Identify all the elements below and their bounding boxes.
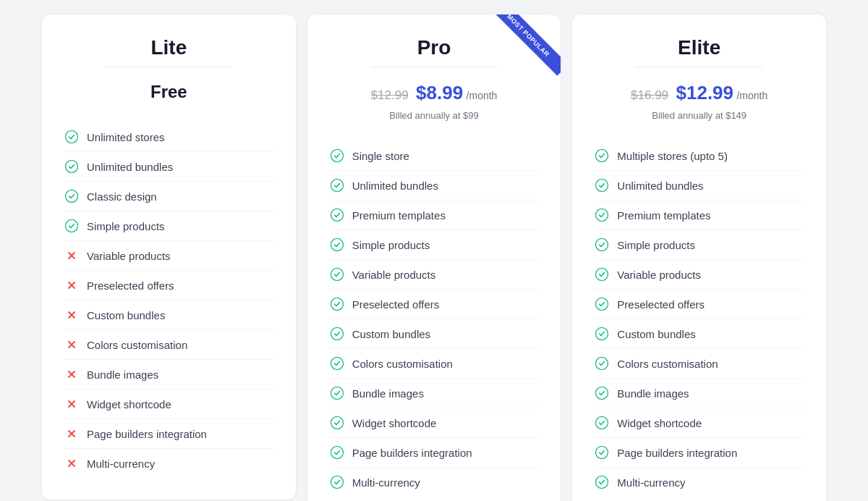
svg-point-0 [66,131,78,143]
plan-divider-elite [636,67,762,67]
feature-label: Preselected offers [352,298,440,311]
feature-label: Colors customisation [617,358,718,370]
feature-item: Custom bundles [329,319,540,349]
feature-item: Bundle images [594,379,804,408]
feature-label: Page builders integration [87,428,207,440]
plan-title-elite: Elite [594,36,804,59]
feature-label: Simple products [87,220,165,232]
plan-divider-pro [371,67,497,67]
check-icon [594,148,610,164]
plan-price-container-pro: $12.99 $8.99 /month [329,82,540,104]
svg-point-19 [596,239,608,251]
feature-label: Variable products [87,250,171,262]
feature-label: Simple products [352,239,430,251]
feature-item: Premium templates [594,201,804,230]
feature-label: Single store [352,150,409,162]
plan-title-lite: Lite [64,36,274,59]
x-icon [64,307,80,323]
feature-label: Colors customisation [352,358,453,370]
svg-point-18 [596,209,608,222]
feature-label: Unlimited bundles [617,180,703,192]
check-icon [64,188,80,204]
check-icon [329,237,345,253]
check-icon [594,415,610,431]
svg-point-14 [331,447,343,459]
svg-point-16 [596,150,608,162]
check-icon [594,207,610,223]
check-icon [594,385,610,401]
check-icon [594,355,610,371]
svg-point-3 [66,220,78,232]
svg-point-26 [596,447,608,459]
feature-item: Multi-currency [64,449,274,478]
feature-item: Variable products [64,241,274,271]
check-icon [594,177,610,193]
feature-label: Custom bundles [352,328,430,340]
feature-item: Widget shortcode [329,408,540,438]
feature-label: Custom bundles [87,309,165,321]
plan-card-lite: LiteFree Unlimited stores Unlimited bund… [42,14,296,500]
price-original-elite: $16.99 [631,88,668,102]
feature-item: Colors customisation [594,349,804,379]
feature-item: Preselected offers [594,290,804,319]
check-icon [329,296,345,312]
feature-label: Widget shortcode [617,417,702,429]
feature-item: Unlimited stores [64,122,274,152]
svg-point-11 [331,358,343,370]
x-icon [64,277,80,293]
price-period-pro: /month [467,90,498,101]
feature-item: Bundle images [329,379,540,408]
feature-item: Simple products [329,230,540,260]
most-popular-label: MOST POPULAR [495,14,561,75]
feature-item: Unlimited bundles [64,152,274,182]
feature-item: Page builders integration [594,438,804,468]
svg-point-7 [331,239,343,251]
svg-point-2 [66,190,78,203]
price-discounted-pro: $8.99 [416,82,463,104]
price-period-elite: /month [736,90,767,101]
x-icon [64,337,80,353]
check-icon [594,266,610,282]
svg-point-10 [331,328,343,340]
feature-label: Page builders integration [617,447,737,459]
feature-item: Multi-currency [594,468,804,497]
feature-label: Custom bundles [617,328,695,340]
plan-price-container-elite: $16.99 $12.99 /month [594,82,804,104]
feature-item: Premium templates [329,201,540,230]
feature-list-pro: Single store Unlimited bundles Premium t… [329,141,540,497]
feature-label: Variable products [617,269,701,281]
x-icon [64,396,80,412]
svg-point-5 [331,180,343,192]
x-icon [64,455,80,471]
svg-point-8 [331,269,343,281]
check-icon [329,148,345,164]
svg-point-15 [331,476,343,489]
price-discounted-elite: $12.99 [676,82,734,104]
feature-item: Single store [329,141,540,171]
svg-point-4 [331,150,343,162]
feature-label: Unlimited bundles [352,180,438,192]
check-icon [329,326,345,342]
check-icon [329,207,345,223]
svg-point-25 [596,417,608,429]
feature-item: Unlimited bundles [329,171,540,201]
feature-item: Classic design [64,182,274,211]
feature-label: Unlimited bundles [87,161,173,173]
most-popular-ribbon: MOST POPULAR [495,14,561,80]
x-icon [64,426,80,442]
plan-card-pro: MOST POPULAR Pro $12.99 $8.99 /month Bil… [307,14,561,501]
plan-divider-lite [106,67,231,67]
svg-point-13 [331,417,343,429]
feature-item: Custom bundles [64,300,274,330]
feature-item: Unlimited bundles [594,171,804,201]
svg-point-27 [596,476,608,489]
pricing-container: LiteFree Unlimited stores Unlimited bund… [36,14,832,501]
feature-label: Variable products [352,269,436,281]
check-icon [594,445,610,460]
feature-list-lite: Unlimited stores Unlimited bundles Class… [64,122,274,478]
feature-item: Multi-currency [329,468,540,497]
feature-label: Bundle images [87,369,158,381]
feature-label: Premium templates [352,209,446,222]
check-icon [329,177,345,193]
price-original-pro: $12.99 [371,88,409,102]
